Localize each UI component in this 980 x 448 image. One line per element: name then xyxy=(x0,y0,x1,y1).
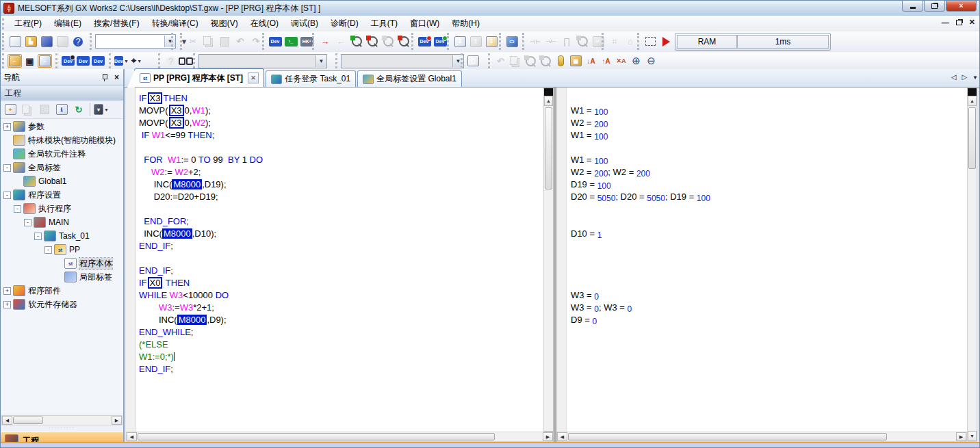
scrollbar-track[interactable] xyxy=(968,106,977,431)
work-window-icon[interactable]: ≡ xyxy=(38,54,52,68)
jump-dest-icon[interactable]: ↥ xyxy=(468,34,483,49)
minimize-button[interactable] xyxy=(902,1,923,12)
zoom-out-icon[interactable]: ⊖ xyxy=(644,54,658,68)
word-find-up-icon[interactable]: ↑A xyxy=(599,54,613,68)
menu-item-5[interactable]: 视图(V) xyxy=(205,16,244,31)
document-tab-3[interactable]: 全局标签设置 Global1 xyxy=(357,70,462,87)
monitor-vscrollbar[interactable]: ▲▼ xyxy=(967,88,977,442)
scrollbar-thumb[interactable] xyxy=(545,107,552,189)
word-find-down-icon[interactable]: ↓A xyxy=(584,54,598,68)
menu-item-8[interactable]: 诊断(D) xyxy=(324,16,365,31)
scrollbar-track[interactable] xyxy=(12,416,112,425)
paste-item-icon[interactable] xyxy=(37,102,52,117)
find-target-combo-arrow-icon[interactable]: ▼ xyxy=(315,55,326,67)
menu-item-10[interactable]: 窗口(W) xyxy=(404,16,446,31)
scroll-left-icon[interactable]: ◀ xyxy=(557,432,567,441)
device-monitor-screen-icon[interactable]: ›_ xyxy=(283,34,298,49)
ladder-open-contact-icon[interactable]: ⊣⊢ xyxy=(528,34,543,49)
scroll-right-icon[interactable]: ▶ xyxy=(543,432,553,441)
scrollbar-track[interactable] xyxy=(544,106,553,431)
device-display-icon[interactable]: Dev▼ xyxy=(114,54,129,68)
menu-item-4[interactable]: 转换/编译(C) xyxy=(146,16,205,31)
tree-item-MAIN[interactable]: -MAIN xyxy=(1,215,123,229)
mdi-minimize-icon[interactable]: — xyxy=(942,18,949,27)
tree-item-执行程序[interactable]: -执行程序 xyxy=(1,202,123,215)
device-find-icon[interactable]: Dev xyxy=(61,54,75,68)
tab-scroll-right-icon[interactable]: ▷ xyxy=(962,73,967,81)
device-register-monitor-icon[interactable]: Dev xyxy=(433,34,448,49)
mdi-restore-icon[interactable] xyxy=(956,20,962,25)
tree-expand-icon[interactable]: - xyxy=(3,164,11,172)
tab-close-icon[interactable]: ✕ xyxy=(248,73,259,83)
scrollbar-thumb[interactable] xyxy=(13,417,43,424)
tree-expand-icon[interactable]: - xyxy=(14,205,21,213)
menu-item-2[interactable]: 编辑(E) xyxy=(48,16,88,31)
read-from-plc-icon[interactable]: ← xyxy=(333,34,348,49)
tab-scroll-left-icon[interactable]: ◁ xyxy=(951,73,957,81)
device-batch-monitor-icon[interactable]: Dev xyxy=(417,34,432,49)
device-cross-ref-icon[interactable]: Dev xyxy=(91,54,105,68)
write-to-plc-icon[interactable]: → xyxy=(318,34,333,49)
tree-item-软元件存储器[interactable]: +软元件存储器 xyxy=(1,298,123,311)
find-target-combo[interactable]: ▼ xyxy=(198,54,327,68)
project-tree-icon[interactable]: ⌐ xyxy=(8,54,22,68)
tree-item-程序部件[interactable]: +程序部件 xyxy=(1,284,123,298)
find-keyword-combo[interactable]: ▼ xyxy=(341,54,464,68)
tree-item-程序设置[interactable]: -程序设置 xyxy=(1,188,123,202)
screen-lock-icon[interactable]: ▭ xyxy=(504,34,519,49)
tree-expand-icon[interactable]: - xyxy=(34,233,42,240)
new-item-icon[interactable]: + xyxy=(3,102,18,117)
word-find-clear-icon[interactable]: ✕A xyxy=(614,54,628,68)
scrollbar-split-box[interactable] xyxy=(968,88,977,96)
menu-item-1[interactable]: 工程(P) xyxy=(8,16,48,31)
tree-item-局部标签[interactable]: 局部标签 xyxy=(1,270,123,284)
find-binoculars-icon[interactable] xyxy=(179,54,193,68)
monitor-start-icon[interactable] xyxy=(349,34,364,49)
copy-icon[interactable] xyxy=(201,34,216,49)
tree-item-全局标签[interactable]: -全局标签 xyxy=(1,161,123,174)
copy-item-icon[interactable] xyxy=(20,102,35,117)
redo-icon[interactable]: ↷ xyxy=(248,34,263,49)
tree-item-程序本体[interactable]: st程序本体 xyxy=(1,256,123,270)
code-vscrollbar[interactable]: ▲▼ xyxy=(543,88,554,442)
panel-splitter-handle[interactable]: ········· xyxy=(1,426,123,432)
tree-expand-icon[interactable]: - xyxy=(44,246,52,254)
tree-expand-icon[interactable]: + xyxy=(3,301,11,308)
menu-item-9[interactable]: 工具(T) xyxy=(365,16,404,31)
monitor-stop-icon[interactable] xyxy=(365,34,380,49)
select-mode-icon[interactable] xyxy=(643,34,658,49)
zoom-in-icon[interactable]: ⊕ xyxy=(629,54,643,68)
tree-expand-icon[interactable]: + xyxy=(3,287,11,295)
scrollbar-track[interactable] xyxy=(137,432,543,441)
tree-item-Global1[interactable]: Global1 xyxy=(1,174,123,188)
monitor-pause-icon[interactable] xyxy=(381,34,396,49)
tree-item-全局软元件注释[interactable]: 全局软元件注释 xyxy=(1,147,123,161)
device-table-icon[interactable]: Dev xyxy=(76,54,90,68)
tree-item-Task_01[interactable]: -Task_01 xyxy=(1,229,123,243)
scrollbar-thumb[interactable] xyxy=(138,433,495,440)
device-comment-icon[interactable]: Dev xyxy=(268,34,283,49)
tab-list-icon[interactable]: ▼ xyxy=(972,75,978,81)
tree-item-参数[interactable]: +参数 xyxy=(1,120,123,133)
project-section-header[interactable]: 工程 xyxy=(1,86,123,101)
scroll-left-icon[interactable]: ◀ xyxy=(127,432,137,441)
tree-expand-icon[interactable]: - xyxy=(24,219,31,226)
bookmark-tag-icon[interactable]: ◻ xyxy=(466,54,480,68)
jump-source-icon[interactable]: ↧ xyxy=(452,34,467,49)
monitor-hscrollbar[interactable]: ◀▶ xyxy=(556,432,967,442)
context-help-icon[interactable]: ? xyxy=(164,54,178,68)
ladder-close-contact-icon[interactable]: ⊣/⊢ xyxy=(543,34,558,49)
scroll-down-icon[interactable]: ▼ xyxy=(968,431,977,441)
tree-expand-icon[interactable]: + xyxy=(3,123,11,131)
cut-icon[interactable]: ✂ xyxy=(185,34,201,49)
scroll-up-icon[interactable]: ▲ xyxy=(968,96,977,106)
menu-item-7[interactable]: 调试(B) xyxy=(285,16,324,31)
undo-convert-icon[interactable]: ↶ xyxy=(493,54,508,68)
tree-expand-icon[interactable]: - xyxy=(3,192,11,199)
tree-item-PP[interactable]: -stPP xyxy=(1,243,123,256)
scroll-up-icon[interactable]: ▲ xyxy=(544,96,553,106)
tree-item-特殊模块(智能功能模块)[interactable]: 特殊模块(智能功能模块) xyxy=(1,133,123,147)
pin-icon[interactable] xyxy=(102,74,107,81)
ladder-coil-icon[interactable]: ∏ xyxy=(559,34,574,49)
mdi-close-icon[interactable]: ✕ xyxy=(969,18,975,27)
